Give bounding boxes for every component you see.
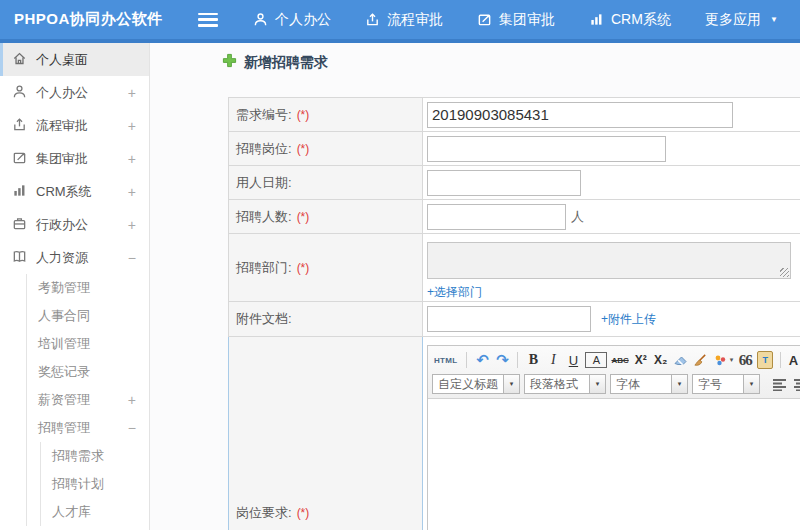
sidebar-item-recruit-plan[interactable]: 招聘计划 xyxy=(0,470,149,498)
expand-plus-icon[interactable]: + xyxy=(128,184,136,200)
sidebar-item-attendance[interactable]: 考勤管理 xyxy=(0,274,149,302)
align-center-icon[interactable] xyxy=(793,375,800,393)
font-color-button[interactable]: A ▾ xyxy=(788,351,800,369)
person-icon xyxy=(253,12,268,27)
undo-icon[interactable]: ↶ xyxy=(474,351,490,369)
sidebar-item-talent-pool[interactable]: 人才库 xyxy=(0,498,149,526)
strikethrough-button[interactable]: ABC xyxy=(611,351,628,369)
html-source-button[interactable]: HTML xyxy=(432,351,459,369)
nav-label: 个人办公 xyxy=(275,11,331,29)
attachment-input[interactable] xyxy=(427,306,591,332)
superscript-button[interactable]: X² xyxy=(633,351,649,369)
custom-title-dropdown[interactable]: 自定义标题 ▾ xyxy=(432,374,520,394)
editor-content-area[interactable] xyxy=(428,399,800,530)
sidebar-item-label: 招聘管理 xyxy=(38,419,90,437)
form-row-department: 招聘部门: (*) +选择部门 xyxy=(228,234,800,302)
bold-button[interactable]: B xyxy=(525,351,541,369)
add-plus-icon xyxy=(222,53,237,72)
sidebar-item-label: 个人办公 xyxy=(36,84,88,102)
sidebar-item-training[interactable]: 培训管理 xyxy=(0,330,149,358)
sidebar-item-crm[interactable]: CRM系统 + xyxy=(0,175,149,208)
align-left-icon[interactable] xyxy=(772,375,788,393)
expand-plus-icon[interactable]: + xyxy=(128,85,136,101)
hire-date-label: 用人日期: xyxy=(229,166,423,199)
expand-plus-icon[interactable]: + xyxy=(128,392,136,408)
caret-down-icon: ▾ xyxy=(671,374,688,394)
book-icon xyxy=(12,249,27,267)
caret-down-icon: ▾ xyxy=(503,374,520,394)
select-department-link[interactable]: +选择部门 xyxy=(427,284,482,301)
recruit-submenu: 招聘需求 招聘计划 人才库 xyxy=(0,442,149,526)
format-brush-icon[interactable] xyxy=(693,351,709,369)
font-size-dropdown[interactable]: 字号 ▾ xyxy=(692,374,760,394)
blockquote-button[interactable]: 66 xyxy=(737,351,753,369)
expand-plus-icon[interactable]: + xyxy=(128,118,136,134)
sidebar-item-label: 流程审批 xyxy=(36,117,88,135)
editor-toolbar-row-1: HTML ↶ ↷ B I U A ABC X² X₂ xyxy=(432,348,800,372)
italic-button[interactable]: I xyxy=(545,351,561,369)
sidebar-item-personal-office[interactable]: 个人办公 + xyxy=(0,76,149,109)
page-title-text: 新增招聘需求 xyxy=(244,54,328,72)
sidebar-item-label: 培训管理 xyxy=(38,335,90,353)
sidebar-item-label: 人事合同 xyxy=(38,307,90,325)
sidebar-item-label: 人力资源 xyxy=(36,249,88,267)
char-border-button[interactable]: A xyxy=(585,352,607,368)
headcount-input[interactable] xyxy=(427,204,566,230)
nav-workflow-approval[interactable]: 流程审批 xyxy=(348,11,460,29)
job-requirements-label: 岗位要求: (*) xyxy=(229,337,423,530)
sidebar-item-admin-office[interactable]: 行政办公 + xyxy=(0,208,149,241)
nav-group-approval[interactable]: 集团审批 xyxy=(460,11,572,29)
paste-icon[interactable]: T xyxy=(757,351,773,369)
sidebar-item-desktop[interactable]: 个人桌面 xyxy=(0,43,149,76)
headcount-label: 招聘人数: (*) xyxy=(229,200,423,233)
nav-label: 流程审批 xyxy=(387,11,443,29)
sidebar-item-recruit-demand[interactable]: 招聘需求 xyxy=(0,442,149,470)
sidebar-item-hr[interactable]: 人力资源 − xyxy=(0,241,149,274)
required-marker: (*) xyxy=(297,108,310,122)
sidebar-item-salary[interactable]: 薪资管理 + xyxy=(0,386,149,414)
expand-plus-icon[interactable]: + xyxy=(128,217,136,233)
nav-label: 集团审批 xyxy=(499,11,555,29)
sidebar-item-label: 招聘计划 xyxy=(52,475,104,493)
font-family-dropdown[interactable]: 字体 ▾ xyxy=(610,374,688,394)
required-marker: (*) xyxy=(297,210,310,224)
eraser-icon[interactable] xyxy=(673,351,689,369)
sidebar-item-label: 个人桌面 xyxy=(36,51,88,69)
caret-down-icon: ▾ xyxy=(589,374,606,394)
paragraph-format-dropdown[interactable]: 段落格式 ▾ xyxy=(524,374,606,394)
nav-crm-system[interactable]: CRM系统 xyxy=(572,11,688,29)
sidebar: 个人桌面 个人办公 + 流程审批 + 集团审批 + CRM系统 + 行政办公 + xyxy=(0,43,150,530)
edit-icon xyxy=(12,150,27,168)
nav-more-apps[interactable]: 更多应用 ▼ xyxy=(688,11,795,29)
sidebar-item-hr-contract[interactable]: 人事合同 xyxy=(0,302,149,330)
person-icon xyxy=(12,84,27,102)
demand-no-input[interactable] xyxy=(427,102,733,128)
underline-button[interactable]: U xyxy=(565,351,581,369)
caret-down-icon: ▾ xyxy=(743,374,760,394)
sidebar-item-rewards[interactable]: 奖惩记录 xyxy=(0,358,149,386)
sidebar-item-label: 人才库 xyxy=(52,503,91,521)
edit-icon xyxy=(477,12,492,27)
position-input[interactable] xyxy=(427,136,666,162)
sidebar-item-label: 行政办公 xyxy=(36,216,88,234)
nav-personal-office[interactable]: 个人办公 xyxy=(236,11,348,29)
subscript-button[interactable]: X₂ xyxy=(653,351,669,369)
hire-date-input[interactable] xyxy=(427,170,581,196)
sidebar-item-group-approval[interactable]: 集团审批 + xyxy=(0,142,149,175)
form-row-position: 招聘岗位: (*) xyxy=(228,132,800,166)
recruit-demand-form: 需求编号: (*) 招聘岗位: (*) 用人日期: 招聘人数: (*) 人 xyxy=(228,97,800,530)
hamburger-icon[interactable] xyxy=(198,13,218,27)
expand-plus-icon[interactable]: + xyxy=(128,151,136,167)
sidebar-item-label: 薪资管理 xyxy=(38,391,90,409)
collapse-minus-icon[interactable]: − xyxy=(128,250,136,266)
redo-icon[interactable]: ↷ xyxy=(494,351,510,369)
attachment-upload-link[interactable]: +附件上传 xyxy=(601,311,656,328)
collapse-minus-icon[interactable]: − xyxy=(128,420,136,436)
color-splash-icon[interactable]: ▾ xyxy=(713,351,734,369)
department-textarea[interactable] xyxy=(427,242,791,279)
bar-chart-icon xyxy=(589,12,604,27)
sidebar-item-workflow[interactable]: 流程审批 + xyxy=(0,109,149,142)
resize-handle[interactable] xyxy=(780,268,789,277)
sidebar-item-recruit-mgmt[interactable]: 招聘管理 − xyxy=(0,414,149,442)
required-marker: (*) xyxy=(297,506,310,520)
